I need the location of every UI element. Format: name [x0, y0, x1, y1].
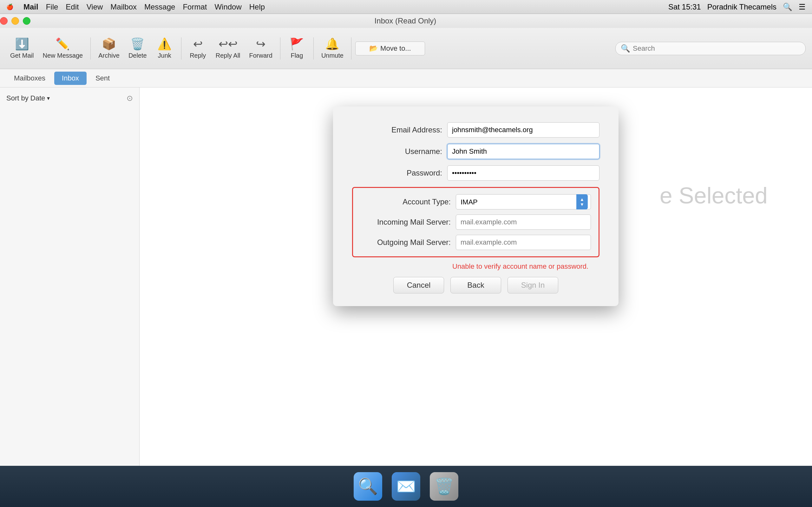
reply-all-button[interactable]: ↩↩ Reply All [212, 35, 244, 62]
modal-overlay: Email Address: Username: Password: [140, 88, 812, 489]
password-label: Password: [352, 169, 447, 177]
main-area: Sort by Date ▾ ⊙ e Selected Email Addres… [0, 88, 812, 489]
toolbar-divider-4 [313, 38, 314, 60]
flag-icon: 🚩 [290, 38, 304, 51]
account-setup-dialog: Email Address: Username: Password: [333, 107, 618, 306]
menu-mail[interactable]: Mail [23, 3, 38, 11]
move-to-button[interactable]: 📂 Move to... [355, 42, 425, 55]
outgoing-mail-field[interactable] [456, 235, 591, 250]
menu-view[interactable]: View [87, 3, 103, 11]
minimize-button[interactable] [11, 17, 19, 25]
delete-button[interactable]: 🗑️ Delete [125, 35, 151, 62]
get-mail-label: Get Mail [10, 52, 34, 59]
search-input[interactable] [633, 44, 800, 53]
menu-window[interactable]: Window [214, 3, 241, 11]
toolbar-divider-2 [181, 38, 182, 60]
email-address-field[interactable] [447, 122, 600, 137]
menu-format[interactable]: Format [183, 3, 207, 11]
move-to-icon: 📂 [369, 44, 378, 53]
junk-label: Junk [158, 52, 171, 59]
tab-inbox[interactable]: Inbox [54, 72, 87, 85]
archive-icon: 📦 [102, 38, 116, 51]
sign-in-button[interactable]: Sign In [507, 277, 558, 293]
archive-button[interactable]: 📦 Archive [95, 35, 123, 62]
account-type-label: Account Type: [361, 198, 456, 206]
outgoing-mail-row: Outgoing Mail Server: [361, 235, 591, 250]
new-message-label: New Message [43, 52, 83, 59]
junk-icon: ⚠️ [157, 38, 171, 51]
back-button[interactable]: Back [450, 277, 501, 293]
get-mail-button[interactable]: ⬇️ Get Mail [6, 35, 38, 62]
traffic-lights [0, 17, 31, 25]
cancel-button[interactable]: Cancel [393, 277, 444, 293]
window-title: Inbox (Read Only) [374, 16, 437, 25]
flag-label: Flag [291, 52, 303, 59]
incoming-mail-label: Incoming Mail Server: [361, 218, 456, 227]
server-settings-section: Account Type: IMAP POP ▲ ▼ [352, 187, 600, 257]
email-address-row: Email Address: [352, 122, 600, 137]
username-label: Username: [352, 147, 447, 156]
sort-chevron-icon: ▾ [47, 95, 50, 102]
menubar-time: Sat 15:31 [668, 3, 701, 11]
reply-all-icon: ↩↩ [218, 38, 238, 51]
toolbar-divider-5 [351, 38, 351, 60]
menubar-user: Poradnik Thecamels [707, 3, 776, 11]
get-mail-icon: ⬇️ [15, 38, 29, 51]
forward-label: Forward [249, 52, 272, 59]
search-icon[interactable]: 🔍 [783, 3, 792, 11]
reply-icon: ↩ [193, 38, 203, 51]
new-message-icon: ✏️ [55, 38, 70, 51]
filter-icon[interactable]: ⊙ [126, 94, 133, 103]
incoming-mail-field[interactable] [456, 215, 591, 230]
account-type-wrapper: IMAP POP ▲ ▼ [456, 194, 591, 210]
delete-label: Delete [129, 52, 147, 59]
menu-help[interactable]: Help [249, 3, 265, 11]
junk-button[interactable]: ⚠️ Junk [152, 35, 177, 62]
dialog-buttons: Cancel Back Sign In [352, 277, 600, 293]
menu-edit[interactable]: Edit [66, 3, 79, 11]
toolbar-divider-3 [280, 38, 281, 60]
toolbar: ⬇️ Get Mail ✏️ New Message 📦 Archive 🗑️ … [0, 28, 812, 69]
close-button[interactable] [0, 17, 8, 25]
delete-icon: 🗑️ [131, 38, 145, 51]
tab-mailboxes[interactable]: Mailboxes [6, 72, 53, 85]
reply-label: Reply [190, 52, 206, 59]
reading-pane: e Selected Email Address: Username: Pass… [140, 88, 812, 489]
account-type-row: Account Type: IMAP POP ▲ ▼ [361, 194, 591, 210]
email-address-label: Email Address: [352, 125, 447, 134]
forward-icon: ↪ [256, 38, 265, 51]
sort-label: Sort by Date [6, 94, 45, 102]
maximize-button[interactable] [23, 17, 31, 25]
password-field[interactable] [447, 165, 600, 181]
archive-label: Archive [98, 52, 119, 59]
unmute-label: Unmute [321, 52, 344, 59]
username-field[interactable] [447, 144, 600, 159]
menu-file[interactable]: File [46, 3, 58, 11]
search-icon: 🔍 [621, 44, 630, 53]
forward-button[interactable]: ↪ Forward [246, 35, 276, 62]
search-bar[interactable]: 🔍 [615, 42, 806, 55]
window-titlebar: Inbox (Read Only) [0, 14, 812, 28]
error-message: Unable to verify account name or passwor… [352, 262, 600, 271]
apple-menu[interactable]: 🍎 [6, 3, 13, 10]
unmute-icon: 🔔 [325, 38, 339, 51]
move-to-label: Move to... [380, 44, 411, 53]
username-row: Username: [352, 144, 600, 159]
control-center-icon[interactable]: ☰ [799, 3, 806, 11]
reply-all-label: Reply All [216, 52, 241, 59]
sort-bar[interactable]: Sort by Date ▾ ⊙ [0, 91, 139, 106]
menubar: 🍎 Mail File Edit View Mailbox Message Fo… [0, 0, 812, 14]
tab-sent[interactable]: Sent [88, 72, 117, 85]
menu-mailbox[interactable]: Mailbox [110, 3, 137, 11]
toolbar-divider-1 [90, 38, 91, 60]
reply-button[interactable]: ↩ Reply [185, 35, 211, 62]
new-message-button[interactable]: ✏️ New Message [39, 35, 87, 62]
incoming-mail-row: Incoming Mail Server: [361, 215, 591, 230]
account-type-select[interactable]: IMAP POP [456, 194, 591, 210]
flag-button[interactable]: 🚩 Flag [284, 35, 310, 62]
menubar-right: Sat 15:31 Poradnik Thecamels 🔍 ☰ [668, 3, 806, 11]
menu-message[interactable]: Message [144, 3, 175, 11]
password-row: Password: [352, 165, 600, 181]
unmute-button[interactable]: 🔔 Unmute [317, 35, 347, 62]
outgoing-mail-label: Outgoing Mail Server: [361, 238, 456, 247]
